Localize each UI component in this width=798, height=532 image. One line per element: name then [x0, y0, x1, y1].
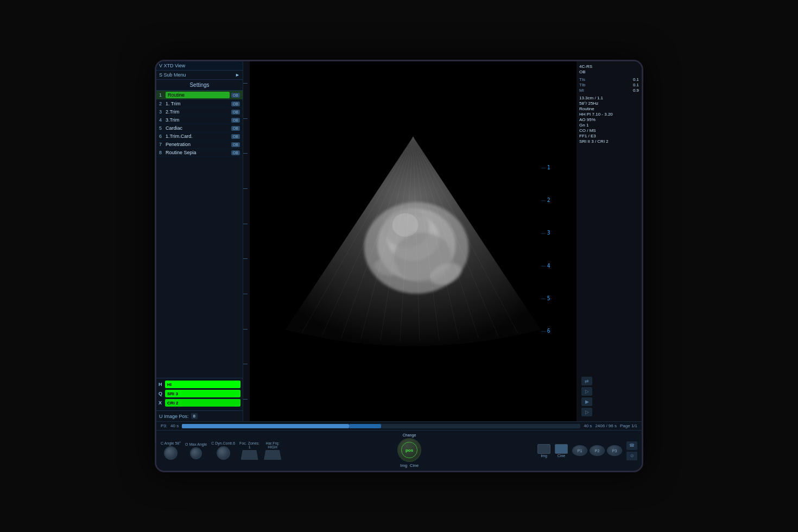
camera-icon[interactable]: ⊙: [626, 452, 637, 460]
preset-num: 8: [159, 150, 166, 155]
preset-item-5[interactable]: 5 Cardiac OB: [156, 124, 243, 132]
scroll-icon-4[interactable]: ▷: [581, 408, 592, 416]
thermal-info: TIs 0.1 TIb 0.1 MI 0.9: [579, 77, 639, 93]
cine-button[interactable]: Cine: [555, 444, 568, 458]
ao-value: AO 95%: [579, 117, 596, 122]
right-side-icons: ⇄ ▷ ▶ ▷: [579, 375, 639, 419]
indicator-bar-h[interactable]: HI: [165, 381, 240, 388]
submenu-arrow: ►: [235, 72, 240, 78]
dyn-contr-knob[interactable]: [217, 446, 230, 460]
ultrasound-image-area: 1 2 3 4 5 6: [250, 61, 577, 421]
sri-value: SRI II 3 / CRI 2: [579, 139, 609, 144]
screen: V XTD View S Sub Menu ► Settings 1 Routi…: [156, 61, 642, 471]
timeline-bar: P3: 40 s 40 s 2406 / 96 s Page 1/1: [156, 422, 642, 430]
exam-value: OB: [579, 69, 586, 74]
preset-tag: OB: [231, 110, 240, 115]
preset-num: 2: [159, 101, 166, 106]
page-info: Page 1/1: [620, 423, 637, 428]
preset-num: 3: [159, 109, 166, 115]
preset-item-4[interactable]: 4 3.Trim OB: [156, 116, 243, 124]
preset-name: 1.Trim.Card.: [166, 134, 230, 139]
har-frq-control[interactable]: [264, 450, 281, 460]
foc-zones-group: Foc. Zones: 1: [239, 441, 259, 460]
angle-label: C Angle 58°: [161, 441, 181, 445]
marker-4: [243, 188, 248, 189]
preset-item-3[interactable]: 3 2.Trim OB: [156, 108, 243, 116]
indicator-bar-q[interactable]: SRI 3: [165, 390, 240, 397]
probe-info: 4C-RS OB: [579, 64, 639, 75]
marker-3: [243, 153, 248, 154]
cine-icon: [555, 444, 568, 454]
preset-name: 2.Trim: [166, 109, 230, 115]
preset-name: Routine Sepia: [166, 150, 230, 155]
indicator-row-Q: Q SRI 3: [159, 390, 240, 397]
misc-icons: ☎ ⊙: [626, 441, 637, 460]
svg-text:4: 4: [547, 263, 550, 269]
view-label: V XTD View: [156, 61, 243, 71]
preset-tag: OB: [231, 126, 240, 131]
tis-value: 0.1: [633, 77, 639, 82]
preset-num: 7: [159, 142, 166, 147]
scroll-icon-1[interactable]: ⇄: [581, 377, 592, 385]
tib-label: TIb: [579, 83, 586, 87]
depth-value: 13.3cm / 1.1: [579, 96, 603, 100]
svg-text:2: 2: [547, 197, 550, 203]
scroll-icon-2[interactable]: ▷: [581, 387, 592, 396]
time2: 40 s: [584, 423, 592, 428]
indicator-letter: X: [159, 400, 165, 406]
preset-name: Cardiac: [166, 125, 230, 131]
preset-item-1[interactable]: 1 Routine OB: [156, 91, 243, 100]
pos-button[interactable]: [397, 438, 421, 462]
tib-line: TIb 0.1: [579, 83, 639, 87]
preset-item-7[interactable]: 7 Penetration OB: [156, 141, 243, 149]
depth-line: 13.3cm / 1.1: [579, 96, 639, 100]
p3-button[interactable]: P3: [607, 445, 622, 456]
marker-10: [243, 399, 248, 400]
side-panel: V XTD View S Sub Menu ► Settings 1 Routi…: [156, 61, 243, 421]
main-area: V XTD View S Sub Menu ► Settings 1 Routi…: [156, 61, 642, 421]
preset-item-2[interactable]: 2 1. Trim OB: [156, 100, 243, 108]
mi-value: 0.9: [633, 88, 639, 93]
svg-text:1: 1: [547, 164, 550, 170]
time3: 2406 / 96 s: [595, 423, 617, 428]
dyn-contr-label: C Dyn.Contr.6: [211, 441, 235, 445]
img-button[interactable]: Img: [537, 444, 550, 458]
gn-line: Gn 1: [579, 123, 639, 128]
center-button-group: Change Img Cine: [286, 433, 533, 468]
p1-button[interactable]: P1: [572, 445, 587, 456]
image-pos-value: 8: [191, 413, 198, 419]
img-cine-label: Img Cine: [400, 463, 419, 468]
time1: 40 s: [170, 423, 179, 428]
co-ms-value: CO / MS: [579, 128, 596, 133]
hh-pi-line: HH PI 7.10 - 3.20: [579, 112, 639, 117]
marker-8: [243, 329, 248, 330]
tis-line: TIs 0.1: [579, 77, 639, 82]
preset-name: 3.Trim: [166, 117, 230, 123]
foc-zones-control[interactable]: [241, 450, 258, 460]
preset-tag: OB: [231, 150, 240, 155]
image-pos-label: U Image Pos:: [159, 414, 189, 419]
timeline-fill: [182, 424, 349, 428]
preset-list: 1 Routine OB 2 1. Trim OB 3 2.Trim OB 4 …: [156, 91, 243, 378]
marker-5: [243, 224, 248, 224]
ff-line: FF1 / E3: [579, 134, 639, 138]
max-angle-group: O Max Angle: [185, 442, 207, 459]
scroll-icon-3[interactable]: ▶: [581, 397, 592, 406]
timeline-fill2: [349, 424, 381, 428]
phone-icon[interactable]: ☎: [626, 441, 637, 450]
gn-value: Gn 1: [579, 123, 588, 128]
max-angle-knob[interactable]: [190, 447, 202, 459]
tis-label: TIs: [579, 77, 585, 82]
indicator-bar-x[interactable]: CRI 2: [165, 399, 240, 407]
har-frq-label: Har.Frq: HIGH: [265, 441, 279, 449]
image-pos-row: U Image Pos: 8: [156, 410, 243, 421]
depth-info: 13.3cm / 1.1 58°/ 25Hz Routine HH PI 7.1…: [579, 96, 639, 144]
svg-text:5: 5: [547, 295, 550, 301]
submenu-button[interactable]: S Sub Menu ►: [156, 71, 243, 80]
p2-button[interactable]: P2: [590, 445, 605, 456]
cine-btn-label: Cine: [558, 454, 565, 458]
angle-knob[interactable]: [164, 446, 178, 460]
change-label: Change: [403, 433, 416, 437]
preset-item-6[interactable]: 6 1.Trim.Card. OB: [156, 132, 243, 141]
preset-item-8[interactable]: 8 Routine Sepia OB: [156, 149, 243, 157]
